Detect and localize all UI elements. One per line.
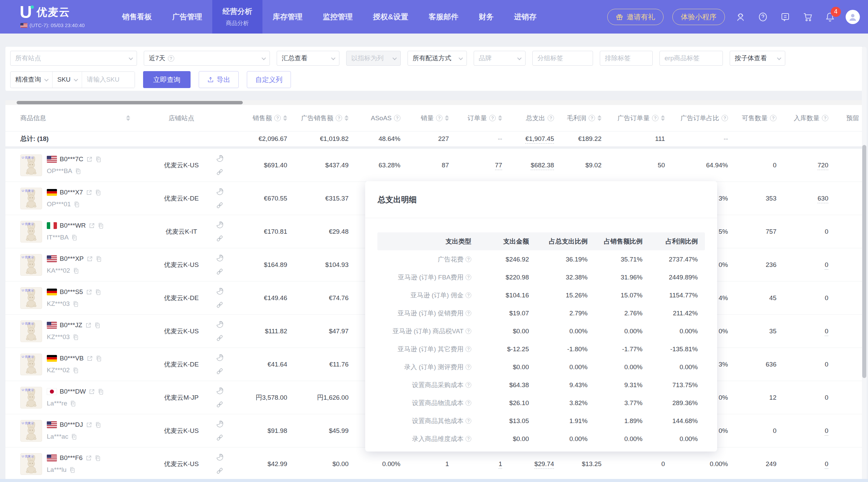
column-header-qty[interactable]: 销量? <box>404 114 452 123</box>
filter-select-1[interactable]: 所有站点 <box>10 51 137 66</box>
link-icon[interactable] <box>216 434 224 442</box>
nav-item-9[interactable]: 进销存 <box>504 0 547 34</box>
link-icon[interactable] <box>216 301 224 309</box>
column-header-sales[interactable]: 销售额? <box>227 114 291 123</box>
external-link-icon[interactable] <box>85 455 92 461</box>
app-logo[interactable]: U 优麦云 <box>20 3 70 21</box>
table-row-10[interactable]: U 优麦云B0***F6La***lu优麦云K-US$42.99$0.000.0… <box>5 447 863 481</box>
query-field-select[interactable]: SKU <box>53 72 82 88</box>
cell-inbound-value[interactable]: 630 <box>817 195 828 203</box>
external-link-icon[interactable] <box>85 322 92 329</box>
table-row-1[interactable]: U 优麦云B0***7COP***BA优麦云K-US$691.40$437.49… <box>5 149 863 182</box>
product-code[interactable]: B0***VB <box>60 355 84 362</box>
nav-item-3[interactable]: 经营分析商品分析 <box>212 0 262 34</box>
sort-icon[interactable] <box>498 115 502 121</box>
product-thumbnail[interactable]: U 优麦云 <box>20 254 42 276</box>
product-code[interactable]: B0***XP <box>60 255 84 263</box>
column-header-ad_orders[interactable]: 广告订单量? <box>605 114 668 123</box>
cell-inbound-value[interactable]: 0 <box>825 427 828 436</box>
export-button[interactable]: 导出 <box>199 71 239 88</box>
pie-chart-icon[interactable] <box>216 453 224 461</box>
help-icon[interactable]: ? <box>489 115 496 121</box>
product-code[interactable]: B0***7C <box>60 155 83 163</box>
help-icon[interactable]: ? <box>336 115 342 121</box>
product-code[interactable]: B0***DJ <box>60 421 83 428</box>
link-icon[interactable] <box>216 268 224 276</box>
link-icon[interactable] <box>216 467 224 475</box>
horizontal-scrollbar-thumb[interactable] <box>17 101 243 104</box>
copy-icon[interactable] <box>95 156 102 163</box>
help-icon[interactable]: ? <box>466 310 471 316</box>
external-link-icon[interactable] <box>88 389 95 395</box>
external-link-icon[interactable] <box>86 189 92 196</box>
help-icon[interactable]: ? <box>394 115 400 121</box>
product-thumbnail[interactable]: U 优麦云 <box>20 221 42 243</box>
copy-icon[interactable] <box>75 168 81 174</box>
link-icon[interactable] <box>216 234 224 243</box>
product-thumbnail[interactable]: U 优麦云 <box>20 154 42 176</box>
link-icon[interactable] <box>216 201 224 209</box>
copy-icon[interactable] <box>98 223 104 229</box>
cell-orders-value[interactable]: 1 <box>498 460 502 469</box>
product-thumbnail[interactable]: U 优麦云 <box>20 354 42 375</box>
sort-icon[interactable] <box>445 115 449 121</box>
cell-inbound-value[interactable]: 0 <box>825 460 828 469</box>
external-link-icon[interactable] <box>88 223 95 229</box>
product-code[interactable]: B0***JZ <box>60 321 82 329</box>
copy-icon[interactable] <box>96 355 102 362</box>
help-icon[interactable]: ? <box>722 115 728 121</box>
external-link-icon[interactable] <box>86 422 92 428</box>
help-icon[interactable]: ? <box>548 115 554 121</box>
cart-button[interactable] <box>801 10 814 24</box>
nav-item-7[interactable]: 客服邮件 <box>418 0 469 34</box>
nav-item-2[interactable]: 广告管理 <box>162 0 212 34</box>
support-button[interactable] <box>734 10 747 24</box>
filter-input-8[interactable]: 排除标签 <box>600 51 653 66</box>
custom-columns-button[interactable]: 自定义列 <box>247 71 291 88</box>
product-thumbnail[interactable]: U 优麦云 <box>20 188 42 209</box>
miniapp-button[interactable]: 体验小程序 <box>672 9 725 25</box>
help-icon[interactable]: ? <box>770 115 776 121</box>
help-icon[interactable]: ? <box>466 400 471 406</box>
column-header-profit[interactable]: 毛利润? <box>557 114 605 123</box>
feedback-button[interactable] <box>778 10 792 24</box>
link-icon[interactable] <box>216 168 224 176</box>
pie-chart-icon[interactable] <box>216 320 224 329</box>
copy-icon[interactable] <box>71 234 78 241</box>
copy-icon[interactable] <box>71 434 77 440</box>
filter-input-7[interactable]: 分组标签 <box>532 51 593 66</box>
help-icon[interactable]: ? <box>274 115 281 121</box>
pie-chart-icon[interactable] <box>216 154 224 163</box>
external-link-icon[interactable] <box>86 289 92 295</box>
copy-icon[interactable] <box>70 400 76 407</box>
help-button[interactable] <box>756 10 770 24</box>
external-link-icon[interactable] <box>86 256 93 262</box>
pie-chart-icon[interactable] <box>216 387 224 395</box>
help-icon[interactable]: ? <box>652 115 658 121</box>
external-link-icon[interactable] <box>86 355 93 362</box>
help-icon[interactable]: ? <box>466 256 471 262</box>
cell-inbound-value[interactable]: 0 <box>825 261 828 270</box>
filter-select-2[interactable]: 近7天? <box>144 51 270 66</box>
external-link-icon[interactable] <box>86 156 93 163</box>
query-type-select[interactable]: 精准查询 <box>11 72 53 88</box>
copy-icon[interactable] <box>73 268 79 274</box>
filter-select-10[interactable]: 按子体查看 <box>730 51 785 66</box>
invite-button[interactable]: 邀请有礼 <box>607 9 664 25</box>
copy-icon[interactable] <box>95 289 101 295</box>
product-code[interactable]: B0***DW <box>60 388 86 395</box>
copy-icon[interactable] <box>73 367 79 374</box>
link-icon[interactable] <box>216 334 224 342</box>
total-spend-value[interactable]: €1,907.45 <box>525 135 554 144</box>
search-button[interactable]: 立即查询 <box>143 71 191 88</box>
cell-spend-value[interactable]: $682.38 <box>531 162 554 170</box>
pie-chart-icon[interactable] <box>216 254 224 262</box>
cell-orders-value[interactable]: 77 <box>495 162 502 170</box>
copy-icon[interactable] <box>95 189 101 196</box>
copy-icon[interactable] <box>96 256 102 262</box>
link-icon[interactable] <box>216 367 224 375</box>
product-thumbnail[interactable]: U 优麦云 <box>20 453 42 475</box>
help-icon[interactable]: ? <box>436 115 442 121</box>
help-icon[interactable]: ? <box>466 436 471 442</box>
copy-icon[interactable] <box>95 455 101 461</box>
